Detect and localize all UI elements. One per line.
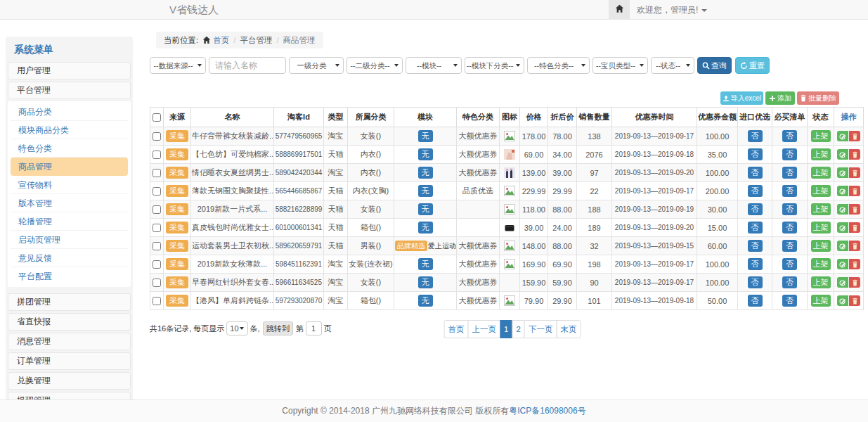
taoke-id-cell: 588216228899 <box>274 200 324 219</box>
icon-cell <box>500 237 520 255</box>
edit-button[interactable] <box>837 259 848 269</box>
row-checkbox[interactable] <box>153 205 161 214</box>
edit-button[interactable] <box>837 277 848 288</box>
edit-button[interactable] <box>837 167 848 178</box>
delete-button[interactable] <box>849 204 860 215</box>
discount-price-cell: 29.99 <box>548 182 577 200</box>
level1-category-select[interactable]: 一级分类 <box>289 57 344 74</box>
batch-delete-button[interactable]: 批量删除 <box>797 91 839 105</box>
reset-button[interactable]: 重置 <box>735 57 770 74</box>
home-button[interactable] <box>609 0 630 20</box>
sidebar-submenu: 商品分类模块商品分类特色分类商品管理宣传物料版本管理轮播管理启动页管理意见反馈平… <box>8 101 131 287</box>
page-last[interactable]: 末页 <box>556 320 581 338</box>
add-button[interactable]: 添加 <box>765 91 795 105</box>
sidebar-item-bottom-2[interactable]: 消息管理 <box>8 333 131 350</box>
delete-button[interactable] <box>849 149 860 160</box>
delete-button[interactable] <box>849 259 860 269</box>
sidebar-item-bottom-3[interactable]: 订单管理 <box>8 352 131 370</box>
delete-button[interactable] <box>849 277 860 288</box>
sidebar-item-0[interactable]: 用户管理 <box>8 62 131 79</box>
records-summary: 共16条记录, 每页显示 10 条, 跳转到 第 页 <box>150 321 332 336</box>
sidebar-subitem-1[interactable]: 模块商品分类 <box>11 121 128 139</box>
sidebar-item-bottom-0[interactable]: 拼团管理 <box>8 293 131 311</box>
edit-button[interactable] <box>837 295 848 306</box>
must-buy-badge: 否 <box>782 276 797 288</box>
row-checkbox[interactable] <box>153 260 161 269</box>
sidebar-subitem-7[interactable]: 启动页管理 <box>11 231 128 249</box>
edit-button[interactable] <box>837 186 848 196</box>
level2-category-select[interactable]: --二级分类-- <box>346 57 403 74</box>
delete-button[interactable] <box>849 186 860 196</box>
feature-cell: 大额优惠券 <box>457 274 500 292</box>
delete-button[interactable] <box>849 241 860 251</box>
row-checkbox[interactable] <box>153 224 161 232</box>
row-checkbox[interactable] <box>153 297 161 305</box>
row-checkbox[interactable] <box>153 132 161 141</box>
page-1[interactable]: 1 <box>500 320 512 338</box>
row-checkbox[interactable] <box>153 169 161 177</box>
sidebar-subitem-5[interactable]: 版本管理 <box>11 194 128 212</box>
name-search-input[interactable] <box>209 57 286 74</box>
jump-page-input[interactable] <box>306 321 322 335</box>
sidebar-subitem-4[interactable]: 宣传物料 <box>11 176 128 194</box>
type-cell: 淘宝 <box>324 255 348 274</box>
status-badge: 上架 <box>811 167 831 178</box>
delete-button[interactable] <box>849 222 860 233</box>
edit-button[interactable] <box>837 204 848 215</box>
module-badge: 无 <box>418 295 433 306</box>
row-checkbox[interactable] <box>153 279 161 287</box>
sidebar-item-1[interactable]: 平台管理 <box>8 82 131 99</box>
column-header-8: 价格 <box>520 108 548 127</box>
module-cell: 无 <box>394 274 457 292</box>
sidebar-subitem-0[interactable]: 商品分类 <box>11 103 128 121</box>
table-row: 采集2019新款一片式系...588216228899天猫女装()无118.00… <box>150 200 864 219</box>
jump-pre-text: 第 <box>296 321 304 336</box>
coupon-time-cell: 2019-09-13—2019-09-20 <box>612 164 697 182</box>
edit-button[interactable] <box>837 241 848 251</box>
name-cell: 薄款无钢圈文胸聚拢性... <box>191 182 274 200</box>
sidebar-subitem-3[interactable]: 商品管理 <box>11 158 128 176</box>
status-select[interactable]: --状态-- <box>651 57 694 74</box>
actions-cell <box>834 292 864 310</box>
select-caret-icon <box>640 64 644 67</box>
sidebar-subitem-2[interactable]: 特色分类 <box>11 139 128 158</box>
import-excel-button[interactable]: 导入excel <box>720 91 763 105</box>
breadcrumb-home-link[interactable]: 首页 <box>213 32 229 49</box>
delete-button[interactable] <box>849 295 860 306</box>
row-checkbox[interactable] <box>153 187 161 196</box>
jump-button[interactable]: 跳转到 <box>263 321 293 335</box>
item-type-select[interactable]: --宝贝类型-- <box>592 57 648 74</box>
taoke-id-cell: 596611634525 <box>274 274 324 292</box>
select-all-checkbox[interactable] <box>153 113 161 122</box>
page-first[interactable]: 首页 <box>444 320 469 338</box>
page-prev[interactable]: 上一页 <box>468 320 501 338</box>
price-cell: 118.00 <box>520 200 548 219</box>
sales-cell: 198 <box>577 255 612 274</box>
type-cell: 淘宝 <box>324 127 348 146</box>
edit-button[interactable] <box>837 222 848 233</box>
row-checkbox[interactable] <box>153 242 161 250</box>
row-checkbox[interactable] <box>153 151 161 159</box>
sidebar-item-bottom-4[interactable]: 兑换管理 <box>8 372 131 390</box>
module-select[interactable]: --模块-- <box>406 57 462 74</box>
sidebar-subitem-9[interactable]: 平台配置 <box>11 267 128 286</box>
edit-button[interactable] <box>837 149 848 160</box>
edit-button[interactable] <box>837 131 848 141</box>
user-menu[interactable]: 欢迎您，管理员! <box>637 0 707 20</box>
row-select-cell <box>150 146 164 164</box>
sidebar-subitem-8[interactable]: 意见反馈 <box>11 249 128 267</box>
icp-link[interactable]: 粤ICP备16098006号 <box>509 406 585 416</box>
search-button[interactable]: 查询 <box>697 57 732 74</box>
per-page-select[interactable]: 10 <box>226 321 247 335</box>
data-source-select[interactable]: --数据来源-- <box>150 57 206 74</box>
sidebar-item-bottom-1[interactable]: 省直快报 <box>8 313 131 331</box>
feature-category-select[interactable]: --特色分类-- <box>527 57 590 74</box>
select-value: --特色分类-- <box>534 61 574 70</box>
delete-button[interactable] <box>849 167 860 178</box>
sidebar-subitem-6[interactable]: 轮播管理 <box>11 212 128 231</box>
breadcrumb-separator: / <box>233 32 235 49</box>
page-2[interactable]: 2 <box>512 320 525 338</box>
module-subcategory-select[interactable]: --模块下分类-- <box>465 57 524 74</box>
page-next[interactable]: 下一页 <box>524 320 557 338</box>
delete-button[interactable] <box>849 131 860 141</box>
